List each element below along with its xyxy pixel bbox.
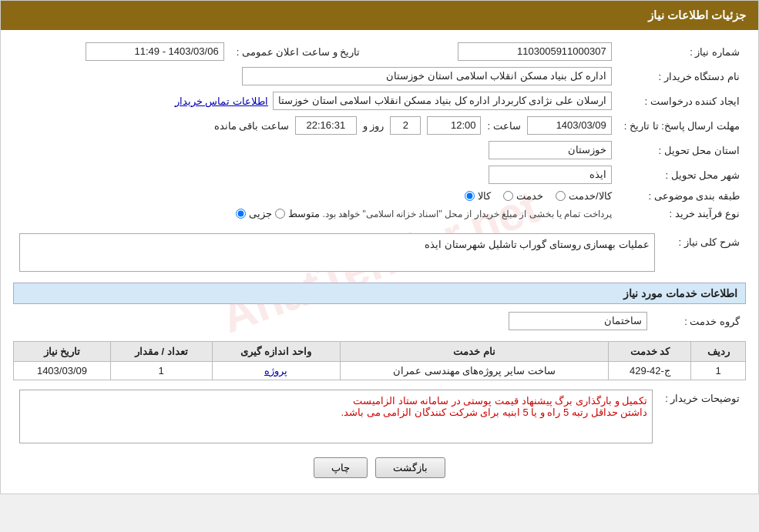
category-option-kala[interactable]: کالا: [465, 190, 491, 202]
process-option-medium[interactable]: متوسط: [275, 208, 320, 219]
buyer-notes-value: تکمیل و بارگذاری برگ پیشنهاد قیمت پوستی …: [13, 386, 659, 447]
deadline-time-label: ساعت :: [487, 120, 520, 132]
need-description-label: شرح کلی نیاز :: [661, 230, 746, 275]
announcement-date-input: 1403/03/06 - 11:49: [86, 42, 224, 61]
announcement-date-label: تاریخ و ساعت اعلان عمومی :: [230, 39, 379, 64]
service-group-label: گروه خدمت :: [653, 309, 746, 333]
col-header-date: تاریخ نیاز: [14, 342, 111, 362]
announcement-date-value: 1403/03/06 - 11:49: [13, 39, 230, 64]
back-button[interactable]: بازگشت: [375, 457, 445, 478]
province-input: خوزستان: [489, 141, 612, 159]
page-header: جزئیات اطلاعات نیاز: [1, 1, 758, 30]
creator-input: ارسلان علی نژادی کاربردار اداره کل بنیاد…: [273, 92, 612, 110]
city-value: ایذه: [13, 162, 618, 187]
need-number-label: شماره نیاز :: [618, 39, 746, 64]
process-option-partial-label: جزیی: [249, 208, 272, 219]
category-option-kala-label: کالا: [478, 190, 491, 202]
province-value: خوزستان: [13, 138, 618, 162]
deadline-label: مهلت ارسال پاسخ: تا تاریخ :: [618, 113, 746, 138]
process-options: پرداخت تمام یا بخشی از مبلغ خریدار از مح…: [13, 205, 618, 223]
row-quantity: 1: [110, 362, 212, 380]
deadline-time-input: 12:00: [427, 116, 481, 135]
remaining-label: ساعت باقی مانده: [214, 120, 289, 132]
service-group-value: ساختمان: [13, 309, 653, 333]
need-description-table: شرح کلی نیاز : عملیات بهسازی روستای گورا…: [13, 230, 746, 275]
row-code: ج-42-429: [609, 362, 691, 380]
buyer-notes-table: توضیحات خریدار : تکمیل و بارگذاری برگ پی…: [13, 386, 746, 447]
process-note: پرداخت تمام یا بخشی از مبلغ خریدار از مح…: [323, 209, 612, 219]
remaining-time-input: 22:16:31: [295, 116, 357, 135]
button-row: بازگشت چاپ: [13, 457, 746, 478]
col-header-name: نام خدمت: [340, 342, 609, 362]
row-date: 1403/03/09: [14, 362, 111, 380]
creator-label: ایجاد کننده درخواست :: [618, 89, 746, 113]
need-description-box: عملیات بهسازی روستای گوراب تاشلیل شهرستا…: [19, 233, 655, 272]
process-label: نوع فرآیند خرید :: [618, 205, 746, 223]
col-header-code: کد خدمت: [609, 342, 691, 362]
row-service-name: ساخت سایر پروژه‌های مهندسی عمران: [340, 362, 609, 380]
need-number-value: 1103005911000307: [378, 39, 617, 64]
need-number-input: 1103005911000307: [458, 42, 612, 61]
services-table: ردیف کد خدمت نام خدمت واحد اندازه گیری ت…: [13, 341, 746, 380]
col-header-unit: واحد اندازه گیری: [212, 342, 340, 362]
buyer-notes-label: توضیحات خریدار :: [659, 386, 746, 447]
buyer-org-input: اداره کل بنیاد مسکن انقلاب اسلامی استان …: [242, 67, 612, 85]
row-unit: پروژه: [212, 362, 340, 380]
deadline-date-input: 1403/03/09: [527, 116, 612, 135]
col-header-row: ردیف: [691, 342, 746, 362]
contact-link[interactable]: اطلاعات تماس خریدار: [175, 95, 268, 107]
category-option-khedmat-label: خدمت: [516, 190, 543, 202]
deadline-row: 1403/03/09 ساعت : 12:00 2 روز و 22:16:31…: [13, 113, 618, 138]
print-button[interactable]: چاپ: [314, 457, 368, 478]
row-number: 1: [691, 362, 746, 380]
service-group-table: گروه خدمت : ساختمان: [13, 309, 746, 333]
services-section-title: اطلاعات خدمات مورد نیاز: [13, 283, 746, 304]
creator-value: ارسلان علی نژادی کاربردار اداره کل بنیاد…: [13, 89, 618, 113]
need-description-value: عملیات بهسازی روستای گوراب تاشلیل شهرستا…: [13, 230, 661, 275]
category-options: کالا/خدمت خدمت کالا: [13, 187, 618, 205]
process-option-medium-label: متوسط: [288, 208, 320, 219]
buyer-org-label: نام دستگاه خریدار :: [618, 64, 746, 89]
city-input: ایذه: [489, 166, 612, 184]
page-title: جزئیات اطلاعات نیاز: [648, 8, 746, 22]
category-option-kala-khedmat[interactable]: کالا/خدمت: [556, 190, 612, 202]
main-info-table: شماره نیاز : 1103005911000307 تاریخ و سا…: [13, 39, 746, 223]
col-header-qty: تعداد / مقدار: [110, 342, 212, 362]
category-option-kala-khedmat-label: کالا/خدمت: [569, 190, 612, 202]
deadline-days-label: روز و: [363, 120, 385, 132]
category-label: طبقه بندی موضوعی :: [618, 187, 746, 205]
category-option-khedmat[interactable]: خدمت: [503, 190, 543, 202]
process-option-partial[interactable]: جزیی: [236, 208, 272, 219]
buyer-notes-box: تکمیل و بارگذاری برگ پیشنهاد قیمت پوستی …: [19, 390, 653, 443]
city-label: شهر محل تحویل :: [618, 162, 746, 187]
buyer-org-value: اداره کل بنیاد مسکن انقلاب اسلامی استان …: [13, 64, 618, 89]
table-row: 1 ج-42-429 ساخت سایر پروژه‌های مهندسی عم…: [14, 362, 746, 380]
deadline-days-input: 2: [390, 116, 421, 135]
service-group-input: ساختمان: [509, 312, 647, 330]
province-label: استان محل تحویل :: [618, 138, 746, 162]
